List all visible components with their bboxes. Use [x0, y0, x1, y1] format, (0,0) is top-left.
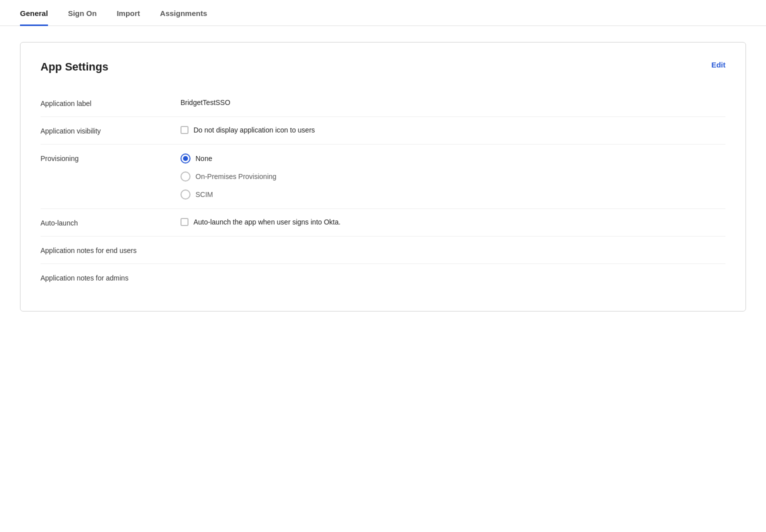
- form-row-app-notes-end-users: Application notes for end users: [40, 236, 726, 264]
- checkbox-row-auto-launch: Auto-launch the app when user signs into…: [180, 218, 726, 226]
- checkbox-label-application-visibility: Do not display application icon to users: [194, 126, 315, 134]
- value-application-label: BridgetTestSSO: [180, 98, 726, 106]
- form-row-app-notes-admins: Application notes for admins: [40, 264, 726, 291]
- radio-group-provisioning: NoneOn-Premises ProvisioningSCIM: [180, 154, 726, 200]
- radio-row-on-premises[interactable]: On-Premises Provisioning: [180, 172, 726, 182]
- checkbox-row-application-visibility: Do not display application icon to users: [180, 126, 726, 134]
- label-app-notes-end-users: Application notes for end users: [40, 246, 180, 254]
- radio-inner-none: [183, 156, 188, 161]
- label-application-visibility: Application visibility: [40, 126, 180, 135]
- checkbox-auto-launch[interactable]: [180, 218, 188, 226]
- form-rows: Application labelBridgetTestSSOApplicati…: [40, 90, 726, 291]
- radio-outer-scim: [180, 190, 190, 200]
- radio-row-none[interactable]: None: [180, 154, 726, 164]
- form-row-provisioning: ProvisioningNoneOn-Premises Provisioning…: [40, 144, 726, 208]
- label-application-label: Application label: [40, 98, 180, 108]
- tab-general[interactable]: General: [20, 0, 48, 26]
- card-header: App Settings Edit: [40, 60, 726, 74]
- form-row-application-visibility: Application visibilityDo not display app…: [40, 116, 726, 144]
- tab-assignments[interactable]: Assignments: [160, 0, 207, 26]
- value-auto-launch: Auto-launch the app when user signs into…: [180, 218, 726, 226]
- label-provisioning: Provisioning: [40, 154, 180, 162]
- card-title: App Settings: [40, 60, 108, 74]
- radio-label-scim: SCIM: [196, 190, 213, 198]
- tabs-bar: GeneralSign OnImportAssignments: [0, 0, 766, 26]
- tab-import[interactable]: Import: [116, 0, 140, 26]
- value-application-visibility: Do not display application icon to users: [180, 126, 726, 134]
- radio-outer-on-premises: [180, 172, 190, 182]
- checkbox-application-visibility[interactable]: [180, 126, 188, 134]
- form-row-auto-launch: Auto-launchAuto-launch the app when user…: [40, 208, 726, 236]
- tab-sign-on[interactable]: Sign On: [68, 0, 97, 26]
- main-content: App Settings Edit Application labelBridg…: [0, 26, 766, 328]
- radio-label-none: None: [196, 154, 212, 162]
- radio-row-scim[interactable]: SCIM: [180, 190, 726, 200]
- app-settings-card: App Settings Edit Application labelBridg…: [20, 42, 746, 312]
- edit-button[interactable]: Edit: [712, 60, 726, 69]
- label-app-notes-admins: Application notes for admins: [40, 273, 180, 282]
- value-provisioning: NoneOn-Premises ProvisioningSCIM: [180, 154, 726, 200]
- radio-label-on-premises: On-Premises Provisioning: [196, 172, 276, 180]
- radio-outer-none: [180, 154, 190, 164]
- checkbox-label-auto-launch: Auto-launch the app when user signs into…: [194, 218, 340, 226]
- label-auto-launch: Auto-launch: [40, 218, 180, 227]
- form-row-application-label: Application labelBridgetTestSSO: [40, 90, 726, 116]
